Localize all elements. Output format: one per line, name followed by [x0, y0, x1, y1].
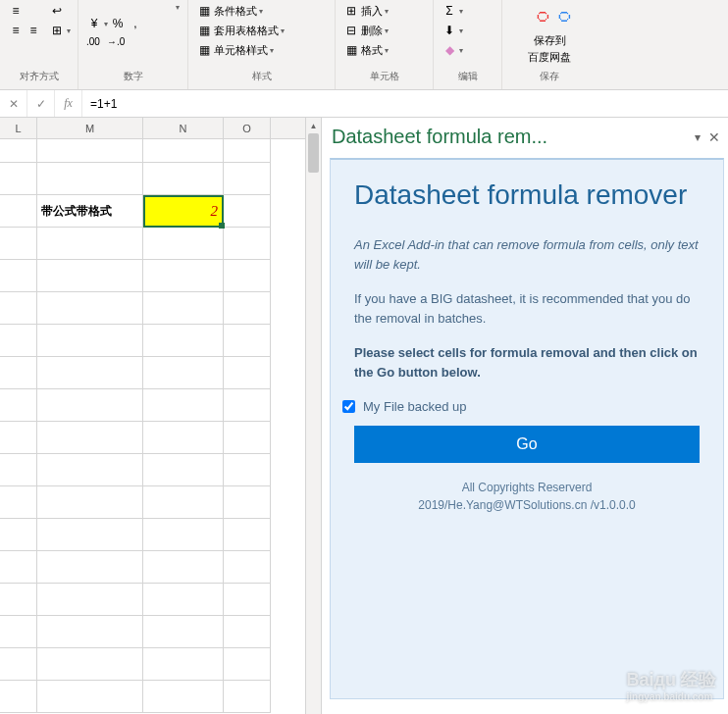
col-M[interactable]: M [37, 118, 143, 138]
decimal-decrease[interactable]: →.0 [107, 36, 125, 47]
delete-icon: ⊟ [343, 23, 359, 38]
decimal-increase[interactable]: .00 [86, 36, 100, 47]
footer-text: 2019/He.Yang@WTSolutions.cn /v1.0.0.0 [354, 496, 700, 514]
copyright-text: All Copyrights Reserverd [354, 479, 700, 496]
indent-increase[interactable]: ≡≡ [6, 22, 43, 39]
wrap-icon: ↩ [49, 3, 65, 19]
addin-title: Datasheet formula remover [354, 178, 700, 212]
group-save: 保存 [508, 68, 591, 87]
cell-N3-active[interactable]: 2 [143, 195, 224, 228]
cellstyle-icon: ▦ [196, 42, 212, 58]
chevron-down-icon[interactable]: ▾ [176, 3, 180, 12]
comma-icon[interactable]: , [128, 16, 143, 31]
sum-icon: Σ [442, 3, 457, 19]
scroll-up-icon[interactable]: ▲ [306, 118, 321, 133]
insert-icon: ⊞ [343, 3, 359, 19]
scroll-thumb[interactable] [308, 133, 319, 173]
eraser-icon: ◆ [442, 42, 457, 58]
chevron-down-icon: ▾ [67, 26, 71, 35]
backed-up-checkbox[interactable] [342, 400, 355, 413]
cell-M3[interactable]: 带公式带格式 [37, 195, 143, 228]
formula-bar: ✕ ✓ fx [0, 90, 728, 118]
merge-icon: ⊞ [49, 23, 65, 38]
format-cells[interactable]: ▦格式▾ [341, 41, 390, 59]
clear[interactable]: ◆▾ [440, 41, 465, 59]
col-O[interactable]: O [224, 118, 271, 138]
conditional-format[interactable]: ▦条件格式▾ [194, 2, 286, 20]
fill[interactable]: ⬇▾ [440, 22, 465, 39]
insert-cells[interactable]: ⊞插入▾ [341, 2, 390, 20]
vertical-scrollbar[interactable]: ▲ [305, 118, 321, 714]
task-pane: Datasheet formula rem... ▾ ✕ Datasheet f… [322, 118, 728, 714]
table-icon: ▦ [196, 23, 212, 38]
spreadsheet[interactable]: L M N O 带公式带格式 2 [0, 118, 322, 714]
close-icon[interactable]: ✕ [708, 129, 720, 145]
merge-center[interactable]: ⊞▾ [47, 22, 73, 39]
group-styles: 样式 [194, 68, 329, 87]
backed-up-label: My File backed up [363, 399, 467, 414]
wrap-text[interactable]: ↩ [47, 2, 73, 20]
group-alignment: 对齐方式 [6, 68, 72, 87]
format-icon: ▦ [343, 42, 359, 58]
addin-note: If you have a BIG datasheet, it is recom… [354, 289, 700, 328]
formula-cancel[interactable]: ✕ [0, 90, 27, 117]
ribbon: ≡ ≡≡ ↩ ⊞▾ 对齐方式 ▾ ¥▾ % , .00 →.0 [0, 0, 728, 90]
addin-description: An Excel Add-in that can remove formula … [354, 235, 700, 274]
pane-menu[interactable]: ▾ [687, 130, 708, 144]
indent-decrease[interactable]: ≡ [6, 2, 43, 20]
go-button[interactable]: Go [354, 426, 700, 463]
fill-icon: ⬇ [442, 23, 457, 38]
autosum[interactable]: Σ▾ [440, 2, 465, 20]
currency-icon[interactable]: ¥ [86, 16, 102, 31]
indent-in-icon: ≡ [8, 23, 24, 38]
group-number: 数字 [84, 68, 182, 87]
indent-in-icon2: ≡ [26, 23, 41, 38]
insert-function[interactable]: fx [55, 90, 82, 117]
delete-cells[interactable]: ⊟删除▾ [341, 22, 390, 39]
indent-out-icon: ≡ [8, 3, 24, 19]
percent-icon[interactable]: % [110, 16, 126, 31]
baidu-icon: ဝဝ [534, 4, 565, 31]
addin-instruction: Please select cells for formula removal … [354, 343, 700, 382]
col-N[interactable]: N [143, 118, 224, 138]
formula-confirm[interactable]: ✓ [27, 90, 55, 117]
format-as-table[interactable]: ▦套用表格格式▾ [194, 22, 286, 39]
cond-icon: ▦ [196, 3, 212, 19]
backed-up-checkbox-row[interactable]: My File backed up [342, 399, 700, 414]
save-to-baidu[interactable]: ဝဝ 保存到 百度网盘 [524, 2, 575, 67]
col-L[interactable]: L [0, 118, 37, 138]
column-headers: L M N O [0, 118, 321, 139]
pane-title: Datasheet formula rem... [332, 126, 547, 148]
group-editing: 编辑 [440, 68, 495, 87]
cell-styles[interactable]: ▦单元格样式▾ [194, 41, 286, 59]
formula-input[interactable] [82, 97, 728, 111]
group-cells: 单元格 [341, 68, 427, 87]
